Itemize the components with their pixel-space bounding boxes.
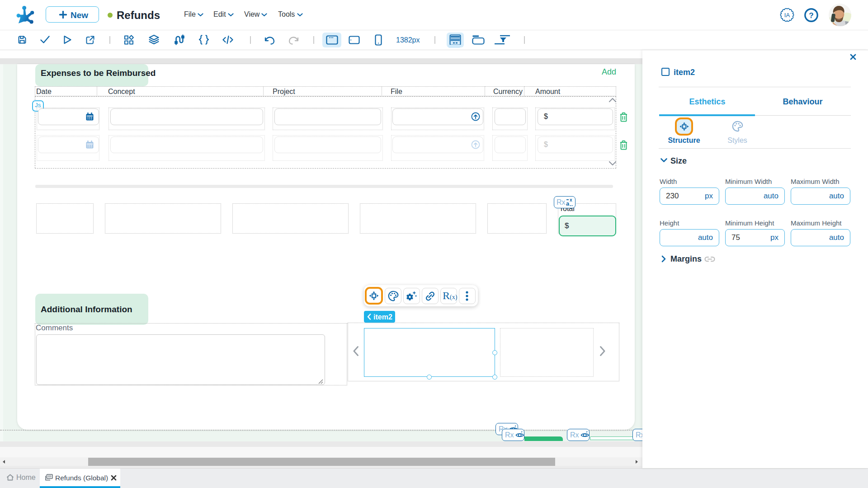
svg-text:?: ? (809, 11, 813, 20)
svg-text:IA: IA (784, 12, 790, 19)
svg-text:a: a (566, 200, 570, 207)
svg-text:x: x (570, 197, 572, 202)
